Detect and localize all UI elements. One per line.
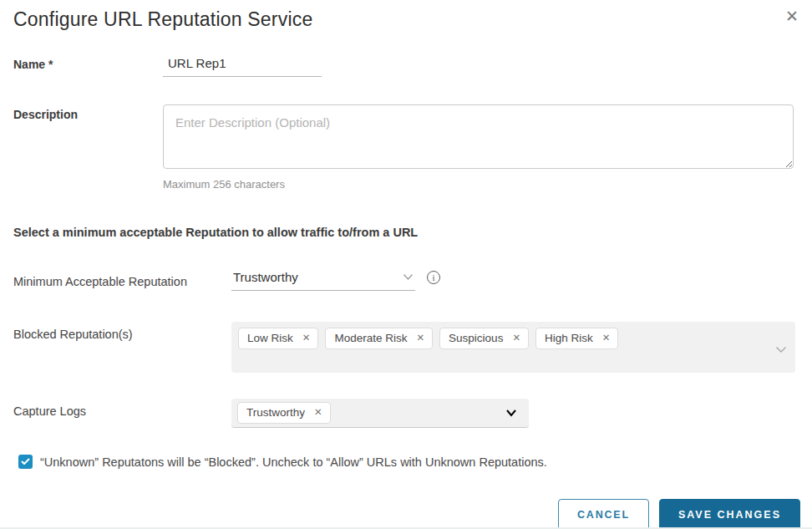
description-label: Description [13,104,163,122]
chevron-down-icon [505,409,517,417]
page-title: Configure URL Reputation Service [13,8,799,31]
name-field-row: Name * [0,54,812,77]
chip-remove-icon[interactable]: ✕ [416,333,424,343]
save-changes-button[interactable]: SAVE CHANGES [659,499,800,529]
description-field-row: Description Maximum 256 characters [0,104,812,191]
dialog-footer: CANCEL SAVE CHANGES [0,499,812,529]
cancel-button[interactable]: CANCEL [558,499,649,529]
blocked-reputations-chips: Low Risk ✕ Moderate Risk ✕ Suspicious ✕ [238,328,770,354]
required-marker: * [48,58,53,71]
description-textarea[interactable] [163,104,794,169]
blocked-reputations-select[interactable]: Low Risk ✕ Moderate Risk ✕ Suspicious ✕ [231,322,795,373]
info-icon[interactable]: i [427,271,440,284]
configure-url-reputation-dialog: Configure URL Reputation Service ✕ Name … [0,0,812,527]
chip-label: Trustworthy [246,406,305,419]
chip-remove-icon[interactable]: ✕ [602,333,611,343]
capture-logs-select[interactable]: Trustworthy ✕ [231,399,529,428]
reputation-chip: Low Risk ✕ [238,328,318,349]
chip-label: Low Risk [247,332,293,344]
reputation-chip: Trustworthy ✕ [237,402,331,424]
minimum-reputation-select[interactable]: Trustworthy [231,269,415,291]
unknown-reputation-checkbox[interactable] [18,455,33,469]
reputation-chip: High Risk ✕ [535,328,618,349]
chip-label: Suspicious [449,332,503,344]
chip-remove-icon[interactable]: ✕ [512,333,520,343]
description-field: Maximum 256 characters [163,104,799,191]
unknown-reputation-checkbox-label: “Unknown” Reputatons will be “Blocked”. … [40,455,547,469]
chip-label: Moderate Risk [334,332,407,344]
capture-logs-label: Capture Logs [13,399,231,419]
reputation-chip: Moderate Risk ✕ [325,328,433,349]
reputation-chip: Suspicious ✕ [439,328,529,349]
minimum-reputation-value: Trustworthy [233,270,298,284]
capture-logs-chips: Trustworthy ✕ [237,402,337,424]
minimum-reputation-label: Minimum Acceptable Reputation [13,269,231,289]
chip-remove-icon[interactable]: ✕ [302,333,311,343]
chip-label: High Risk [545,332,593,344]
checkmark-icon [21,458,30,465]
close-icon[interactable]: ✕ [784,7,800,26]
dialog-header: Configure URL Reputation Service ✕ [0,0,812,31]
name-label: Name * [13,54,163,72]
description-helper-text: Maximum 256 characters [163,178,799,191]
chevron-down-icon [775,342,787,357]
name-input[interactable] [163,54,322,77]
blocked-reputations-label: Blocked Reputation(s) [13,322,231,342]
blocked-reputations-row: Blocked Reputation(s) Low Risk ✕ Moderat… [0,322,812,373]
chevron-down-icon [403,269,414,284]
section-heading: Select a minimum acceptable Reputation t… [0,226,812,239]
capture-logs-row: Capture Logs Trustworthy ✕ [0,399,812,428]
unknown-reputation-row: “Unknown” Reputatons will be “Blocked”. … [0,455,812,469]
chip-remove-icon[interactable]: ✕ [314,408,322,418]
name-label-text: Name [13,58,45,71]
minimum-reputation-row: Minimum Acceptable Reputation Trustworth… [0,269,812,291]
